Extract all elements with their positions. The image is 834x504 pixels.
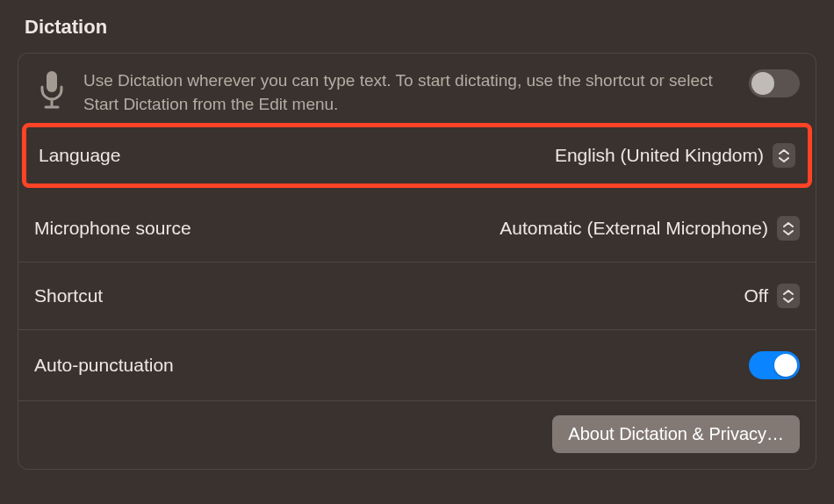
intro-row: Use Dictation wherever you can type text… — [18, 54, 816, 116]
footer: About Dictation & Privacy… — [18, 401, 816, 469]
section-title: Dictation — [25, 16, 816, 39]
shortcut-value: Off — [744, 285, 768, 306]
chevron-up-down-icon[interactable] — [777, 284, 800, 308]
language-label: Language — [39, 145, 120, 166]
svg-rect-0 — [47, 71, 57, 92]
chevron-up-down-icon[interactable] — [777, 216, 800, 241]
language-value: English (United Kingdom) — [555, 145, 764, 166]
dictation-panel: Use Dictation wherever you can type text… — [18, 53, 816, 470]
chevron-up-down-icon[interactable] — [773, 143, 795, 168]
mic-source-label: Microphone source — [34, 218, 191, 239]
microphone-source-row[interactable]: Microphone source Automatic (External Mi… — [18, 195, 816, 263]
auto-punctuation-toggle[interactable] — [749, 351, 800, 379]
auto-punct-label: Auto-punctuation — [34, 355, 174, 376]
dictation-toggle[interactable] — [749, 69, 800, 97]
auto-punctuation-row: Auto-punctuation — [18, 330, 816, 401]
about-dictation-privacy-button[interactable]: About Dictation & Privacy… — [552, 415, 800, 453]
microphone-icon — [34, 69, 69, 112]
shortcut-row[interactable]: Shortcut Off — [18, 263, 816, 330]
intro-text: Use Dictation wherever you can type text… — [83, 69, 735, 116]
language-row[interactable]: Language English (United Kingdom) — [22, 123, 812, 188]
shortcut-label: Shortcut — [34, 285, 103, 306]
mic-source-value: Automatic (External Microphone) — [500, 218, 768, 239]
